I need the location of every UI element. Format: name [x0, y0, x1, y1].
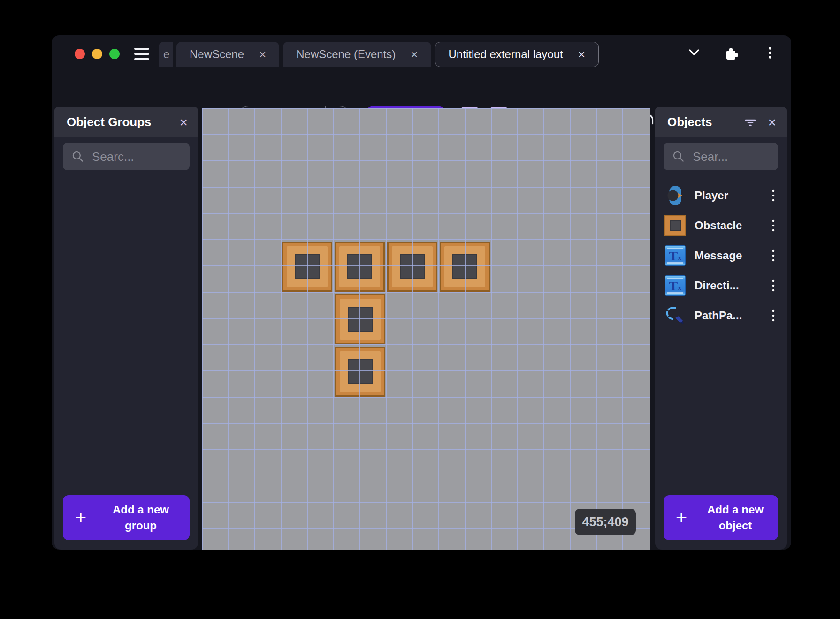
object-menu-icon[interactable] — [769, 278, 778, 293]
tiles-layer — [202, 108, 650, 550]
hamburger-menu-icon[interactable] — [134, 48, 149, 60]
toolbar: Preview Publish — [52, 67, 791, 107]
object-groups-panel: Object Groups × + Add a new group — [54, 107, 198, 550]
cursor-coordinates-badge: 455;409 — [575, 509, 636, 535]
extensions-puzzle-icon[interactable] — [723, 45, 739, 61]
object-label: Player — [695, 189, 761, 202]
plus-icon: + — [63, 508, 99, 528]
tab-label: Untitled external layout — [449, 48, 563, 61]
objects-header: Objects × — [655, 107, 787, 137]
objects-search[interactable] — [664, 143, 778, 170]
traffic-light-minimize[interactable] — [92, 49, 102, 59]
tab-label: NewScene — [190, 48, 244, 61]
objects-title: Objects — [667, 115, 743, 129]
obstacle-instance[interactable] — [440, 242, 490, 292]
object-label: Obstacle — [695, 219, 761, 232]
obstacle-instance[interactable] — [335, 347, 385, 397]
add-object-label-line1: Add a new — [707, 503, 764, 516]
traffic-light-zoom[interactable] — [109, 49, 120, 59]
kebab-menu-icon[interactable] — [763, 45, 777, 60]
filter-icon[interactable] — [743, 116, 757, 128]
tab-untitled-external-layout[interactable]: Untitled external layout × — [435, 42, 599, 67]
player-icon — [664, 184, 687, 207]
object-groups-close-icon[interactable]: × — [179, 115, 188, 129]
tab-newscene[interactable]: NewScene × — [176, 42, 279, 67]
tab-newscene-events[interactable]: NewScene (Events) × — [283, 42, 431, 67]
add-group-label-line2: group — [125, 519, 157, 532]
titlebar: e NewScene × NewScene (Events) × Untitle… — [52, 35, 791, 67]
object-row-player[interactable]: Player — [655, 181, 787, 211]
text-object-icon: Tx — [664, 244, 687, 267]
objects-list: Player Obstacle Tx — [655, 181, 787, 550]
tab-close-icon[interactable]: × — [578, 48, 585, 60]
add-object-button[interactable]: + Add a new object — [664, 495, 778, 540]
tab-close-icon[interactable]: × — [411, 48, 418, 60]
search-icon — [672, 150, 685, 163]
main-area: Object Groups × + Add a new group 455 — [52, 107, 791, 550]
add-object-label-line2: object — [719, 519, 752, 532]
object-menu-icon[interactable] — [769, 248, 778, 263]
add-group-label-line1: Add a new — [113, 503, 169, 516]
object-row-directions[interactable]: Tx Directi... — [655, 271, 787, 301]
object-row-pathpaint[interactable]: PathPa... — [655, 301, 787, 331]
object-groups-search-input[interactable] — [91, 149, 181, 165]
tab-partial-label: e — [163, 48, 169, 61]
chevron-down-icon[interactable] — [687, 47, 701, 58]
plus-icon: + — [664, 508, 699, 528]
object-row-message[interactable]: Tx Message — [655, 241, 787, 271]
object-label: PathPa... — [695, 309, 761, 322]
object-groups-search[interactable] — [63, 143, 190, 170]
object-menu-icon[interactable] — [769, 308, 778, 323]
object-groups-title: Object Groups — [67, 115, 179, 129]
obstacle-instance[interactable] — [335, 294, 385, 344]
add-group-button[interactable]: + Add a new group — [63, 495, 190, 540]
search-icon — [71, 150, 84, 163]
obstacle-instance[interactable] — [282, 242, 332, 292]
object-label: Directi... — [695, 279, 761, 292]
obstacle-instance[interactable] — [335, 242, 385, 292]
object-groups-header: Object Groups × — [54, 107, 198, 137]
tab-bar: e NewScene × NewScene (Events) × Untitle… — [159, 42, 599, 67]
tab-partial[interactable]: e — [159, 42, 173, 67]
object-menu-icon[interactable] — [769, 218, 778, 233]
tab-label: NewScene (Events) — [296, 48, 396, 61]
object-label: Message — [695, 249, 761, 262]
app-window: e NewScene × NewScene (Events) × Untitle… — [52, 35, 791, 550]
obstacle-icon — [664, 214, 687, 237]
objects-panel: Objects × — [655, 107, 787, 550]
text-object-icon: Tx — [664, 274, 687, 297]
object-row-obstacle[interactable]: Obstacle — [655, 211, 787, 241]
scene-canvas[interactable]: 455;409 — [202, 108, 650, 550]
object-menu-icon[interactable] — [769, 188, 778, 203]
tab-close-icon[interactable]: × — [259, 48, 266, 60]
obstacle-instance[interactable] — [387, 242, 437, 292]
objects-search-input[interactable] — [692, 149, 770, 165]
path-object-icon — [664, 304, 687, 327]
objects-close-icon[interactable]: × — [768, 115, 776, 129]
traffic-light-close[interactable] — [75, 49, 85, 59]
